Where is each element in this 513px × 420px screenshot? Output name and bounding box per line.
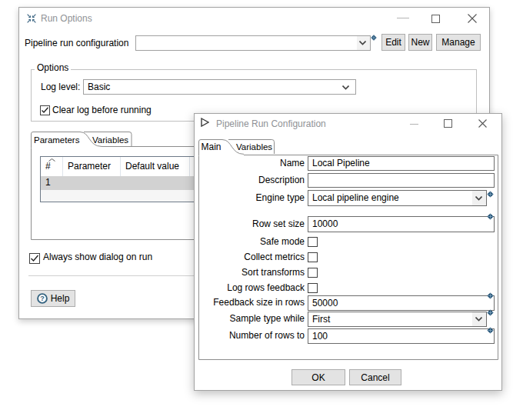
svg-text:?: ? — [40, 295, 45, 302]
svg-text:Parameters: Parameters — [34, 135, 80, 145]
svg-text:Main: Main — [202, 142, 222, 152]
svg-text:Variables: Variables — [92, 135, 128, 145]
svg-text:Variables: Variables — [236, 142, 272, 152]
